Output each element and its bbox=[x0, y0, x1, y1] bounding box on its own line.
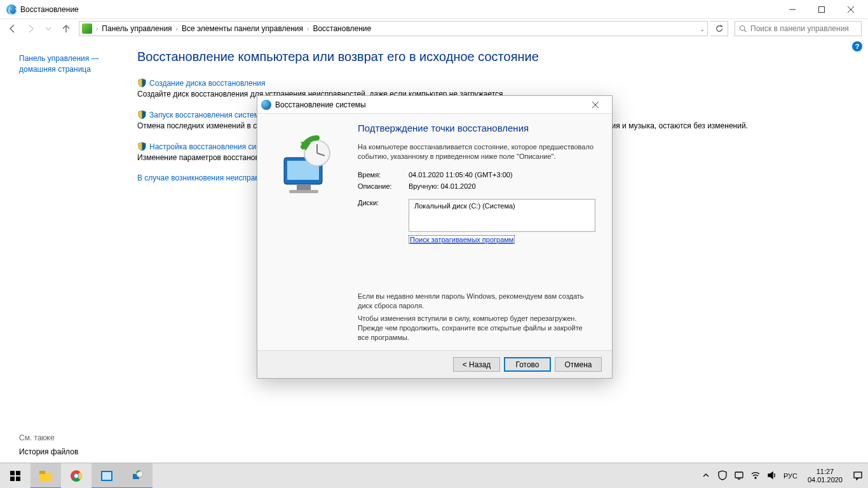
recent-dropdown[interactable] bbox=[41, 21, 56, 36]
address-dropdown-icon[interactable]: ⌄ bbox=[700, 25, 705, 32]
left-pane: Панель управления — домашняя страница См… bbox=[0, 38, 127, 463]
address-bar[interactable]: › Панель управления › Все элементы панел… bbox=[79, 21, 708, 36]
taskbar-chrome[interactable] bbox=[61, 463, 92, 489]
refresh-button[interactable] bbox=[710, 21, 728, 36]
disks-label: Диски: bbox=[358, 199, 409, 207]
system-restore-dialog: Восстановление системы Подтверждение точ… bbox=[257, 95, 613, 379]
tray-overflow-icon[interactable] bbox=[701, 470, 711, 482]
restart-warning-text: Чтобы изменения вступили в силу, компьют… bbox=[358, 314, 595, 342]
up-button[interactable] bbox=[58, 21, 74, 36]
search-box[interactable]: Поиск в панели управления bbox=[735, 21, 862, 36]
window-title: Восстановление bbox=[20, 5, 79, 14]
back-button[interactable]: < Назад bbox=[453, 357, 500, 372]
svg-point-27 bbox=[74, 474, 78, 478]
start-button[interactable] bbox=[0, 463, 31, 489]
restore-description-row: Описание: Вручную: 04.01.2020 bbox=[358, 182, 595, 190]
password-warning-text: Если вы недавно меняли пароль Windows, р… bbox=[358, 292, 595, 311]
page-heading: Восстановление компьютера или возврат ег… bbox=[137, 50, 858, 64]
dialog-close-button[interactable] bbox=[583, 102, 608, 108]
svg-rect-32 bbox=[735, 472, 743, 478]
search-placeholder: Поиск в панели управления bbox=[750, 24, 849, 33]
home-link-line2: домашняя страница bbox=[19, 65, 91, 74]
restore-time-row: Время: 04.01.2020 11:05:40 (GMT+3:00) bbox=[358, 171, 595, 179]
svg-marker-35 bbox=[768, 472, 773, 478]
create-recovery-drive-link[interactable]: Создание диска восстановления bbox=[137, 78, 858, 88]
dialog-titlebar[interactable]: Восстановление системы bbox=[257, 96, 612, 114]
volume-icon[interactable] bbox=[767, 470, 777, 482]
svg-rect-17 bbox=[10, 471, 15, 475]
wifi-icon[interactable] bbox=[750, 470, 761, 482]
system-tray: РУС 11:27 04.01.2020 bbox=[701, 463, 868, 489]
dialog-body: Подтверждение точки восстановления На ко… bbox=[257, 114, 612, 350]
disks-listbox[interactable]: Локальный диск (C:) (Система) bbox=[409, 199, 595, 232]
chevron-right-icon: › bbox=[176, 25, 178, 32]
language-indicator[interactable]: РУС bbox=[783, 472, 797, 480]
scan-affected-programs-link[interactable]: Поиск затрагиваемых программ bbox=[409, 235, 515, 244]
svg-rect-18 bbox=[16, 471, 20, 475]
shield-icon bbox=[137, 78, 147, 88]
breadcrumb-current[interactable]: Восстановление bbox=[313, 24, 371, 33]
window-controls bbox=[778, 0, 865, 19]
svg-rect-19 bbox=[10, 477, 15, 481]
help-icon[interactable]: ? bbox=[852, 41, 862, 51]
restore-disks-row: Диски: Локальный диск (C:) (Система) Пои… bbox=[358, 199, 595, 243]
close-button[interactable] bbox=[836, 0, 865, 19]
disk-item: Локальный диск (C:) (Система) bbox=[414, 202, 515, 210]
dialog-main: Подтверждение точки восстановления На ко… bbox=[358, 123, 595, 342]
toolbar: › Панель управления › Все элементы панел… bbox=[0, 19, 868, 38]
svg-point-34 bbox=[755, 477, 756, 478]
description-label: Описание: bbox=[358, 182, 409, 190]
clock-date: 04.01.2020 bbox=[808, 476, 843, 484]
svg-rect-22 bbox=[39, 471, 45, 474]
svg-rect-12 bbox=[289, 190, 318, 193]
taskbar-file-explorer[interactable] bbox=[31, 463, 61, 489]
svg-point-5 bbox=[740, 26, 745, 31]
time-label: Время: bbox=[358, 171, 409, 179]
taskbar: РУС 11:27 04.01.2020 bbox=[0, 463, 868, 488]
network-icon[interactable] bbox=[734, 470, 744, 482]
breadcrumb-all-items[interactable]: Все элементы панели управления bbox=[182, 24, 303, 33]
svg-rect-20 bbox=[16, 477, 20, 481]
breadcrumb-root[interactable]: Панель управления bbox=[102, 24, 172, 33]
dialog-button-row: < Назад Готово Отмена bbox=[257, 350, 612, 378]
svg-rect-29 bbox=[102, 472, 111, 480]
control-panel-home-link[interactable]: Панель управления — домашняя страница bbox=[19, 53, 118, 75]
security-icon[interactable] bbox=[717, 470, 728, 482]
back-button[interactable] bbox=[5, 21, 20, 36]
svg-rect-36 bbox=[854, 472, 862, 478]
maximize-button[interactable] bbox=[807, 0, 836, 19]
see-also-label: См. также bbox=[19, 433, 118, 442]
svg-rect-1 bbox=[819, 6, 825, 12]
finish-button[interactable]: Готово bbox=[504, 357, 551, 372]
clock[interactable]: 11:27 04.01.2020 bbox=[808, 468, 843, 484]
file-history-link[interactable]: История файлов bbox=[19, 447, 118, 456]
dialog-intro-text: На компьютере восстанавливается состояни… bbox=[358, 142, 595, 162]
system-restore-icon bbox=[261, 100, 271, 110]
taskbar-task-manager[interactable] bbox=[92, 463, 122, 489]
task-link-text: Запуск восстановления системы bbox=[149, 111, 265, 119]
chevron-right-icon: › bbox=[96, 25, 98, 32]
svg-rect-11 bbox=[297, 185, 311, 190]
task-link-text: Создание диска восстановления bbox=[149, 79, 266, 88]
chevron-right-icon: › bbox=[307, 25, 309, 32]
dialog-illustration bbox=[271, 123, 354, 342]
taskbar-system-restore[interactable] bbox=[122, 463, 153, 489]
home-link-line1: Панель управления — bbox=[19, 54, 99, 63]
minimize-button[interactable] bbox=[778, 0, 807, 19]
shield-icon bbox=[137, 142, 147, 151]
clock-time: 11:27 bbox=[817, 468, 834, 476]
time-value: 04.01.2020 11:05:40 (GMT+3:00) bbox=[409, 171, 513, 179]
cancel-button[interactable]: Отмена bbox=[555, 357, 602, 372]
recovery-app-icon bbox=[6, 4, 17, 15]
dialog-title-text: Восстановление системы bbox=[275, 100, 366, 109]
description-value: Вручную: 04.01.2020 bbox=[409, 182, 476, 190]
dialog-heading: Подтверждение точки восстановления bbox=[358, 123, 595, 133]
titlebar: Восстановление bbox=[0, 0, 868, 19]
action-center-icon[interactable] bbox=[851, 463, 864, 489]
dialog-warnings: Если вы недавно меняли пароль Windows, р… bbox=[358, 292, 595, 342]
svg-line-6 bbox=[744, 30, 746, 32]
control-panel-icon bbox=[82, 24, 92, 34]
search-icon bbox=[739, 25, 747, 32]
forward-button[interactable] bbox=[23, 21, 38, 36]
shield-icon bbox=[137, 110, 147, 119]
